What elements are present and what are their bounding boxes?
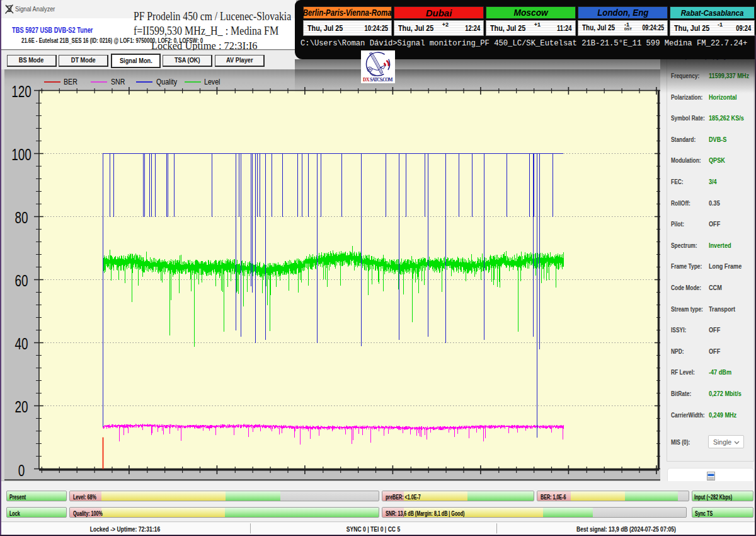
svg-text:DX: DX xyxy=(363,77,370,83)
svg-text:SATCS.COM: SATCS.COM xyxy=(370,77,393,83)
